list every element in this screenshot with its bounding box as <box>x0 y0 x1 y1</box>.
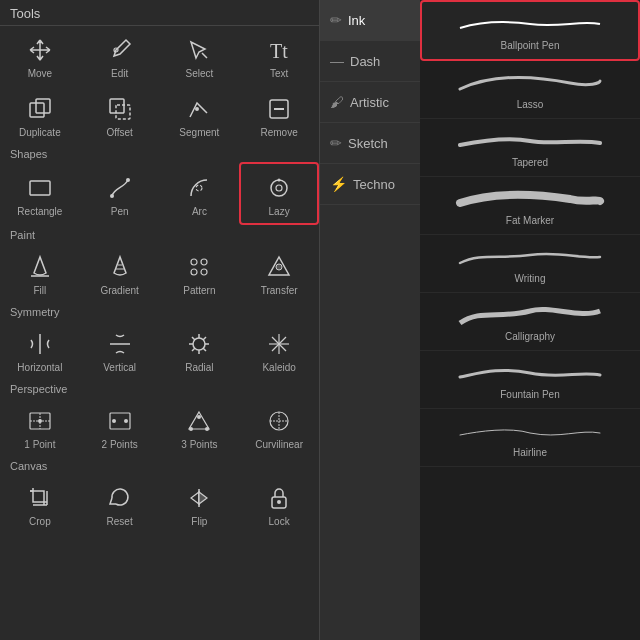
pen-icon <box>104 172 136 204</box>
brush-cat-ink-label: Ink <box>348 13 365 28</box>
tapered-stroke <box>450 127 610 155</box>
svg-point-23 <box>276 264 282 270</box>
tool-move[interactable]: Move <box>0 26 80 85</box>
tool-lazy-label: Lazy <box>269 206 290 217</box>
brush-lasso[interactable]: Lasso <box>420 61 640 119</box>
brush-list: Ballpoint Pen Lasso Tapered Fat Marker <box>420 0 640 640</box>
section-canvas: Canvas <box>0 456 319 474</box>
tool-fill[interactable]: Fill <box>0 243 80 302</box>
section-paint: Paint <box>0 225 319 243</box>
tool-select-label: Select <box>185 68 213 79</box>
brush-cat-sketch[interactable]: ✏ Sketch <box>320 123 420 164</box>
tool-remove[interactable]: Remove <box>239 85 319 144</box>
tool-reset-label: Reset <box>107 516 133 527</box>
brush-cat-sketch-label: Sketch <box>348 136 388 151</box>
reset-icon <box>104 482 136 514</box>
ink-icon: ✏ <box>330 12 342 28</box>
tool-offset[interactable]: Offset <box>80 85 160 144</box>
calligraphy-stroke <box>450 301 610 329</box>
arc-icon <box>183 172 215 204</box>
2points-icon <box>104 405 136 437</box>
brush-cat-artistic[interactable]: 🖌 Artistic <box>320 82 420 123</box>
svg-point-44 <box>112 419 116 423</box>
tool-rectangle[interactable]: Rectangle <box>0 162 80 225</box>
svg-line-34 <box>192 348 195 351</box>
horizontal-icon <box>24 328 56 360</box>
tool-pattern[interactable]: Pattern <box>160 243 240 302</box>
tool-kaleido-label: Kaleido <box>262 362 295 373</box>
tool-fill-label: Fill <box>33 285 46 296</box>
tool-gradient-label: Gradient <box>100 285 138 296</box>
tool-kaleido[interactable]: Kaleido <box>239 320 319 379</box>
tool-1point-label: 1 Point <box>24 439 55 450</box>
tool-duplicate[interactable]: Duplicate <box>0 85 80 144</box>
tool-lock[interactable]: Lock <box>239 474 319 533</box>
tool-flip[interactable]: Flip <box>160 474 240 533</box>
svg-rect-5 <box>116 105 130 119</box>
tool-radial[interactable]: Radial <box>160 320 240 379</box>
tool-text[interactable]: Tt Text <box>239 26 319 85</box>
tool-select[interactable]: Select <box>160 26 240 85</box>
tool-3points-label: 3 Points <box>181 439 217 450</box>
tool-pen[interactable]: Pen <box>80 162 160 225</box>
tool-segment[interactable]: Segment <box>160 85 240 144</box>
svg-point-10 <box>126 178 130 182</box>
ballpoint-pen-stroke <box>450 10 610 38</box>
brush-cat-dash[interactable]: — Dash <box>320 41 420 82</box>
fat-marker-label: Fat Marker <box>506 215 554 226</box>
tool-curvilinear[interactable]: Curvilinear <box>239 397 319 456</box>
artistic-icon: 🖌 <box>330 94 344 110</box>
edit-icon <box>104 34 136 66</box>
svg-line-31 <box>192 337 195 340</box>
svg-point-57 <box>277 500 281 504</box>
tool-arc-label: Arc <box>192 206 207 217</box>
tool-edit[interactable]: Edit <box>80 26 160 85</box>
tool-transfer[interactable]: Transfer <box>239 243 319 302</box>
tool-arc[interactable]: Arc <box>160 162 240 225</box>
gradient-icon <box>104 251 136 283</box>
tool-3points[interactable]: 3 Points <box>160 397 240 456</box>
lazy-icon <box>263 172 295 204</box>
brush-ballpoint-pen[interactable]: Ballpoint Pen <box>420 0 640 61</box>
tool-reset[interactable]: Reset <box>80 474 160 533</box>
svg-point-49 <box>205 427 209 431</box>
tool-vertical[interactable]: Vertical <box>80 320 160 379</box>
svg-point-9 <box>110 194 114 198</box>
fountain-pen-label: Fountain Pen <box>500 389 560 400</box>
tool-gradient[interactable]: Gradient <box>80 243 160 302</box>
segment-icon <box>183 93 215 125</box>
tool-horizontal[interactable]: Horizontal <box>0 320 80 379</box>
brush-cat-ink[interactable]: ✏ Ink <box>320 0 420 41</box>
brush-panel: ✏ Ink — Dash 🖌 Artistic ✏ Sketch ⚡ Techn… <box>320 0 640 640</box>
text-icon: Tt <box>263 34 295 66</box>
fat-marker-stroke <box>450 185 610 213</box>
brush-calligraphy[interactable]: Calligraphy <box>420 293 640 351</box>
vertical-icon <box>104 328 136 360</box>
brush-fountain-pen[interactable]: Fountain Pen <box>420 351 640 409</box>
brush-writing[interactable]: Writing <box>420 235 640 293</box>
svg-point-6 <box>195 107 199 111</box>
tool-1point[interactable]: 1 Point <box>0 397 80 456</box>
writing-stroke <box>450 243 610 271</box>
brush-cat-techno[interactable]: ⚡ Techno <box>320 164 420 205</box>
curvilinear-icon <box>263 405 295 437</box>
remove-icon <box>263 93 295 125</box>
tool-2points[interactable]: 2 Points <box>80 397 160 456</box>
tool-crop[interactable]: Crop <box>0 474 80 533</box>
tool-lazy[interactable]: Lazy <box>239 162 319 225</box>
tool-vertical-label: Vertical <box>103 362 136 373</box>
svg-point-18 <box>191 259 197 265</box>
svg-rect-8 <box>30 181 50 195</box>
svg-point-20 <box>191 269 197 275</box>
svg-marker-46 <box>189 412 209 429</box>
brush-fat-marker[interactable]: Fat Marker <box>420 177 640 235</box>
tool-radial-label: Radial <box>185 362 213 373</box>
sketch-icon: ✏ <box>330 135 342 151</box>
svg-point-42 <box>38 419 42 423</box>
brush-hairline[interactable]: Hairline <box>420 409 640 467</box>
brush-tapered[interactable]: Tapered <box>420 119 640 177</box>
crop-icon <box>24 482 56 514</box>
brush-cat-dash-label: Dash <box>350 54 380 69</box>
svg-point-19 <box>201 259 207 265</box>
tool-horizontal-label: Horizontal <box>17 362 62 373</box>
